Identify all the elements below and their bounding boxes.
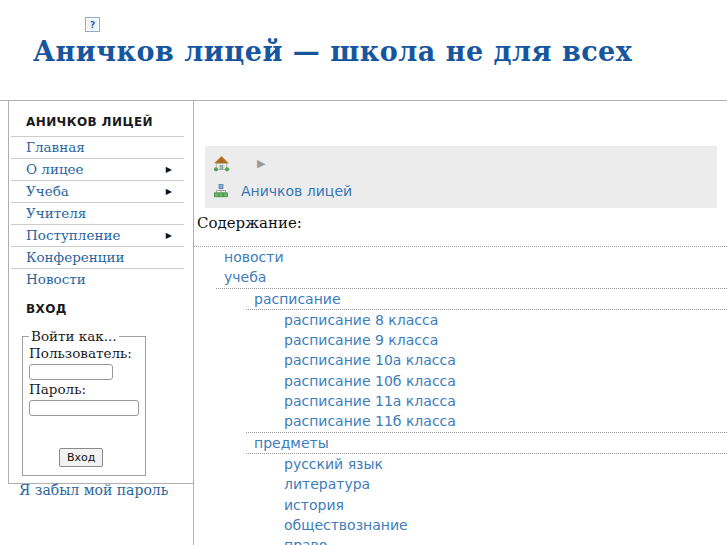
toc-link[interactable]: история: [284, 495, 344, 515]
toc-row: литература: [194, 474, 727, 494]
login-section-title: ВХОД: [9, 290, 194, 322]
sidebar-item-label: Конференции: [26, 249, 124, 265]
breadcrumb-site-link[interactable]: Аничков лицей: [241, 183, 352, 199]
sidebar-item-label: Главная: [26, 139, 85, 155]
toc-link[interactable]: расписание: [254, 289, 341, 309]
toc-link[interactable]: право: [284, 535, 327, 545]
submenu-arrow-icon: ▶: [166, 231, 172, 241]
toc-row: расписание 10б класса: [194, 371, 727, 391]
submenu-arrow-icon: ▶: [166, 187, 172, 197]
password-input[interactable]: [29, 400, 139, 416]
breadcrumb-row-top: ▶: [205, 146, 717, 172]
toc-link[interactable]: новости: [224, 247, 284, 267]
toc-link[interactable]: предметы: [254, 433, 329, 453]
sidebar-item[interactable]: Новости: [11, 268, 184, 290]
toc-link[interactable]: учеба: [224, 267, 266, 287]
page-title: Аничков лицей — школа не для всех: [33, 36, 632, 67]
toc-link[interactable]: обществознание: [284, 515, 408, 535]
sidebar-item[interactable]: Учителя: [11, 202, 184, 224]
forgot-password-link[interactable]: Я забыл мой пароль: [19, 482, 194, 498]
login-button-row: Вход: [59, 446, 139, 467]
submenu-arrow-icon: ▶: [166, 165, 172, 175]
sidebar-item-label: Учителя: [26, 205, 86, 221]
toc-link[interactable]: литература: [284, 474, 370, 494]
sidebar-item[interactable]: Учеба▶: [11, 180, 184, 202]
sitemap-icon: [214, 184, 228, 198]
main-frame: АНИЧКОВ ЛИЦЕЙ ГлавнаяО лицее▶Учеба▶Учите…: [0, 100, 727, 545]
toc-row: история: [194, 495, 727, 515]
toc-row: право: [194, 535, 727, 545]
broken-image-icon: ?: [85, 17, 100, 32]
toc-link[interactable]: расписание 8 класса: [284, 310, 438, 330]
toc-row: расписание 11б класса: [194, 411, 727, 431]
toc-link[interactable]: расписание 11а класса: [284, 391, 456, 411]
sidebar-item[interactable]: Поступление▶: [11, 224, 184, 246]
toc-heading: Содержание:: [197, 214, 727, 232]
sidebar-item-label: Учеба: [26, 183, 69, 199]
sidebar-item[interactable]: Главная: [11, 136, 184, 158]
toc-row: расписание 8 класса: [194, 310, 727, 330]
breadcrumb: ▶ Аничков лицей: [205, 146, 717, 208]
toc-row: обществознание: [194, 515, 727, 535]
toc-row: предметы: [194, 433, 727, 453]
toc-row: расписание 10а класса: [194, 350, 727, 370]
toc-link[interactable]: расписание 10б класса: [284, 371, 456, 391]
breadcrumb-row-site: Аничков лицей: [205, 172, 717, 199]
home-icon[interactable]: [213, 155, 230, 172]
toc-row: русский язык: [194, 454, 727, 474]
sidebar-title: АНИЧКОВ ЛИЦЕЙ: [9, 101, 194, 136]
sidebar-item[interactable]: Конференции: [11, 246, 184, 268]
toc-link[interactable]: расписание 10а класса: [284, 350, 456, 370]
toc-row: расписание 11а класса: [194, 391, 727, 411]
sidebar-item-label: Поступление: [26, 227, 120, 243]
toc-link[interactable]: расписание 11б класса: [284, 411, 456, 431]
username-input[interactable]: [29, 364, 113, 380]
sidebar-item-label: О лицее: [26, 161, 84, 177]
breadcrumb-arrow-icon: ▶: [257, 158, 265, 170]
sidebar-menu: ГлавнаяО лицее▶Учеба▶УчителяПоступление▶…: [11, 136, 184, 290]
toc-list: новостиучебарасписаниерасписание 8 класс…: [194, 246, 727, 545]
username-label: Пользователь:: [29, 345, 139, 361]
toc-row: расписание: [194, 289, 727, 309]
toc-link[interactable]: расписание 9 класса: [284, 330, 438, 350]
sidebar-item[interactable]: О лицее▶: [11, 158, 184, 180]
password-label: Пароль:: [29, 381, 139, 397]
content-area: ▶ Аничков лицей Содержание: новостиучеба…: [194, 101, 727, 545]
login-legend: Войти как...: [29, 328, 119, 344]
login-button[interactable]: Вход: [59, 448, 103, 467]
toc-row: новости: [194, 247, 727, 267]
toc-row: учеба: [194, 267, 727, 287]
toc-link[interactable]: русский язык: [284, 454, 383, 474]
toc-row: расписание 9 класса: [194, 330, 727, 350]
sidebar: АНИЧКОВ ЛИЦЕЙ ГлавнаяО лицее▶Учеба▶Учите…: [8, 101, 194, 484]
login-fieldset: Войти как... Пользователь: Пароль: Вход: [22, 328, 146, 476]
sidebar-item-label: Новости: [26, 271, 86, 287]
